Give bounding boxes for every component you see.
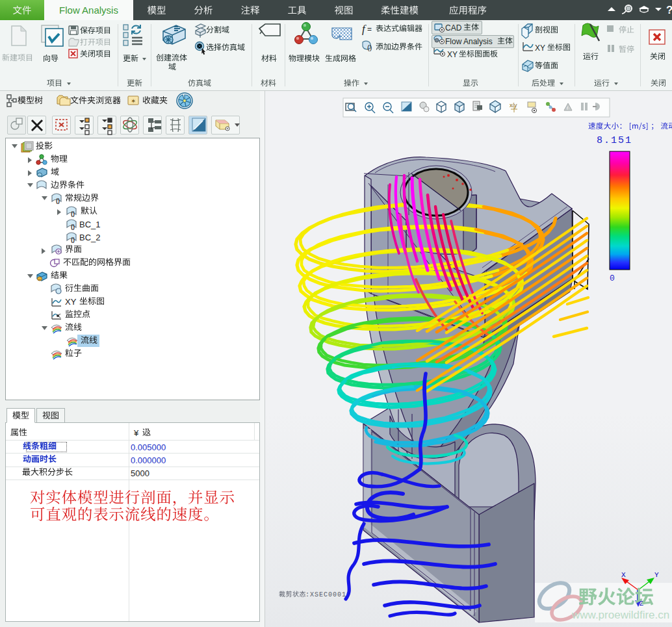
svg-text:x/y: x/y [510,102,517,109]
svg-text:Z: Z [640,600,643,608]
svg-text:=: = [367,25,372,34]
svg-text:0: 0 [610,274,615,283]
svg-text:∞: ∞ [38,277,41,281]
svg-text:?: ? [666,4,672,16]
svg-text:f: f [362,23,367,35]
svg-text:www.proewildfire.cn: www.proewildfire.cn [571,609,669,621]
svg-text:∞: ∞ [38,173,41,177]
svg-text:✶: ✶ [131,97,136,105]
svg-text:8.151: 8.151 [597,135,632,146]
svg-text:X: X [621,571,626,579]
svg-text:(): () [367,44,372,51]
svg-text::XSEC0001: :XSEC0001 [305,591,346,598]
svg-text:!: ! [567,105,568,111]
svg-text:Y: Y [654,571,659,579]
